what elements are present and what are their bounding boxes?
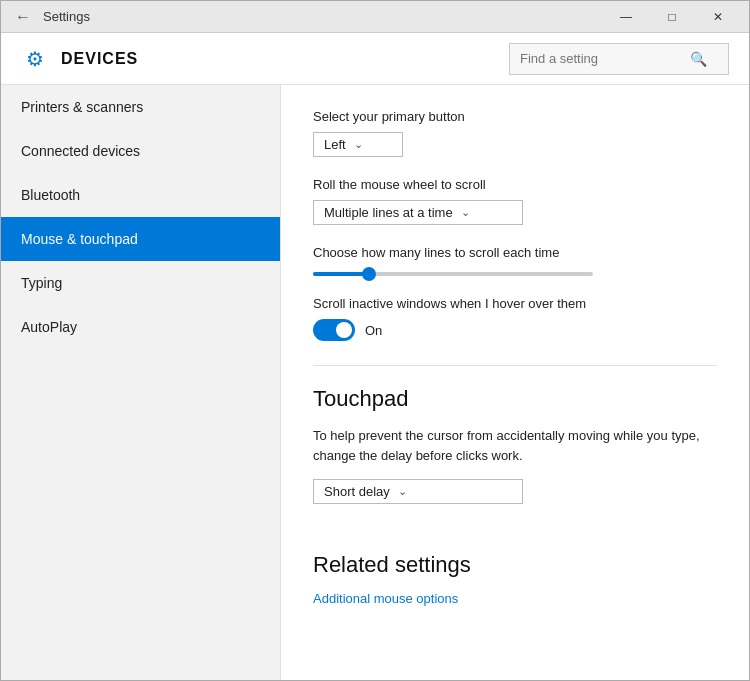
- slider-fill: [313, 272, 369, 276]
- sidebar-label-connected: Connected devices: [21, 143, 140, 159]
- content-area: Select your primary button Left ⌄ Roll t…: [281, 85, 749, 680]
- lines-label: Choose how many lines to scroll each tim…: [313, 245, 717, 260]
- sidebar-item-mouse[interactable]: Mouse & touchpad: [1, 217, 280, 261]
- scroll-label: Roll the mouse wheel to scroll: [313, 177, 717, 192]
- touchpad-delay-value: Short delay: [324, 484, 390, 499]
- sidebar-label-mouse: Mouse & touchpad: [21, 231, 138, 247]
- minimize-button[interactable]: —: [603, 1, 649, 33]
- touchpad-delay-dropdown[interactable]: Short delay ⌄: [313, 479, 523, 504]
- lines-slider[interactable]: [313, 272, 717, 276]
- related-settings-heading: Related settings: [313, 552, 717, 578]
- sidebar-label-bluetooth: Bluetooth: [21, 187, 80, 203]
- search-icon: 🔍: [690, 51, 707, 67]
- back-icon: ←: [15, 8, 31, 26]
- section-divider: [313, 365, 717, 366]
- sidebar-item-bluetooth[interactable]: Bluetooth: [1, 173, 280, 217]
- app-window: ← Settings — □ ✕ ⚙ DEVICES 🔍 Printers & …: [0, 0, 750, 681]
- maximize-button[interactable]: □: [649, 1, 695, 33]
- chevron-down-icon-2: ⌄: [461, 206, 470, 219]
- window-controls: — □ ✕: [603, 1, 741, 33]
- touchpad-description: To help prevent the cursor from accident…: [313, 426, 717, 465]
- sidebar-label-typing: Typing: [21, 275, 62, 291]
- slider-track: [313, 272, 593, 276]
- header-title: DEVICES: [61, 50, 138, 68]
- sidebar-item-printers[interactable]: Printers & scanners: [1, 85, 280, 129]
- toggle-state-label: On: [365, 323, 382, 338]
- touchpad-heading: Touchpad: [313, 386, 717, 412]
- sidebar: Printers & scanners Connected devices Bl…: [1, 85, 281, 680]
- sidebar-item-connected[interactable]: Connected devices: [1, 129, 280, 173]
- primary-button-value: Left: [324, 137, 346, 152]
- slider-thumb[interactable]: [362, 267, 376, 281]
- toggle-knob: [336, 322, 352, 338]
- titlebar: ← Settings — □ ✕: [1, 1, 749, 33]
- close-button[interactable]: ✕: [695, 1, 741, 33]
- scroll-inactive-toggle-row: On: [313, 319, 717, 341]
- scroll-inactive-toggle[interactable]: [313, 319, 355, 341]
- back-button[interactable]: ←: [9, 3, 37, 31]
- search-input[interactable]: [520, 51, 690, 66]
- window-title: Settings: [43, 9, 90, 24]
- sidebar-label-printers: Printers & scanners: [21, 99, 143, 115]
- app-header: ⚙ DEVICES 🔍: [1, 33, 749, 85]
- gear-icon: ⚙: [21, 45, 49, 73]
- chevron-down-icon: ⌄: [354, 138, 363, 151]
- primary-button-label: Select your primary button: [313, 109, 717, 124]
- scroll-inactive-label: Scroll inactive windows when I hover ove…: [313, 296, 717, 311]
- search-box[interactable]: 🔍: [509, 43, 729, 75]
- chevron-down-icon-3: ⌄: [398, 485, 407, 498]
- sidebar-item-typing[interactable]: Typing: [1, 261, 280, 305]
- scroll-dropdown[interactable]: Multiple lines at a time ⌄: [313, 200, 523, 225]
- primary-button-dropdown[interactable]: Left ⌄: [313, 132, 403, 157]
- sidebar-item-autoplay[interactable]: AutoPlay: [1, 305, 280, 349]
- scroll-value: Multiple lines at a time: [324, 205, 453, 220]
- sidebar-label-autoplay: AutoPlay: [21, 319, 77, 335]
- mouse-options-link[interactable]: Additional mouse options: [313, 591, 458, 606]
- main-area: Printers & scanners Connected devices Bl…: [1, 85, 749, 680]
